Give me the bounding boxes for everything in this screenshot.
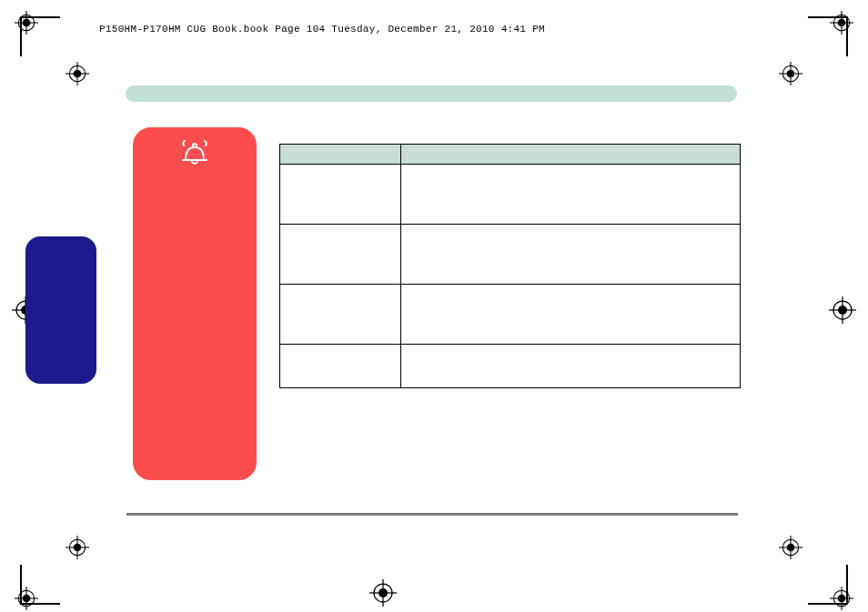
crop-mark-bottom-left: [20, 541, 84, 605]
registration-mark-right: [829, 296, 856, 324]
crop-mark-top-right: [784, 16, 848, 80]
table-cell: [401, 285, 741, 345]
table-cell: [401, 225, 741, 285]
table-cell: [401, 345, 741, 388]
table-cell: [401, 165, 741, 225]
bell-alarm-icon: [180, 140, 209, 166]
content-table: [279, 144, 741, 388]
table-header-cell: [280, 145, 401, 165]
crop-mark-top-left: [20, 16, 84, 80]
page-header-info: P150HM-P170HM CUG Book.book Page 104 Tue…: [99, 24, 545, 35]
warning-callout: [133, 127, 257, 480]
footer-rule: [126, 513, 738, 516]
crop-mark-bottom-right: [784, 541, 848, 605]
svg-point-45: [193, 144, 197, 147]
table-cell: [280, 165, 401, 225]
table-cell: [280, 285, 401, 345]
table-cell: [280, 225, 401, 285]
table-header-cell: [401, 145, 741, 165]
section-title-bar: [126, 85, 737, 102]
registration-mark-bottom: [369, 579, 397, 607]
chapter-tab: [25, 236, 96, 384]
table-cell: [280, 345, 401, 388]
